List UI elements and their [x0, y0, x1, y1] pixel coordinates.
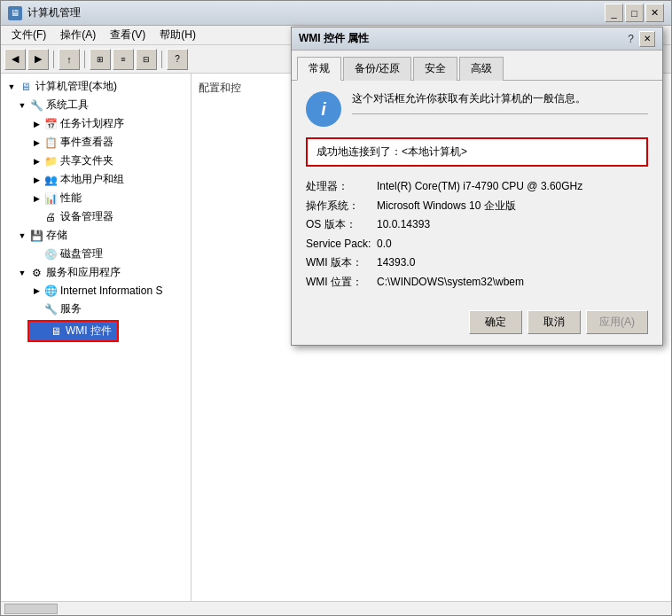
info-value-5: C:\WINDOWS\system32\wbem [377, 273, 648, 292]
info-row-2: OS 版本： 10.0.14393 [306, 215, 648, 235]
info-row-5: WMI 位置： C:\WINDOWS\system32\wbem [306, 273, 648, 292]
dialog-header-text: 这个对话框允许你获取有关此计算机的一般信息。 [352, 91, 648, 106]
tab-backup[interactable]: 备份/还原 [343, 57, 411, 81]
tab-advanced[interactable]: 高级 [459, 57, 504, 81]
dialog-close-button[interactable]: ✕ [639, 31, 655, 47]
dialog-description: 这个对话框允许你获取有关此计算机的一般信息。 [352, 91, 648, 121]
info-row-4: WMI 版本： 14393.0 [306, 253, 648, 273]
info-label-4: WMI 版本： [306, 253, 377, 273]
dialog-title: WMI 控件 属性 [299, 31, 628, 46]
dialog-title-actions: ? ✕ [628, 31, 655, 47]
info-icon: i [306, 91, 341, 127]
info-row-0: 处理器： Intel(R) Core(TM) i7-4790 CPU @ 3.6… [306, 177, 648, 197]
info-label-1: 操作系统： [306, 197, 377, 216]
connection-status-text: 成功地连接到了：<本地计算机> [316, 145, 467, 158]
apply-button[interactable]: 应用(A) [586, 310, 648, 334]
info-table: 处理器： Intel(R) Core(TM) i7-4790 CPU @ 3.6… [306, 177, 648, 292]
info-value-2: 10.0.14393 [377, 215, 648, 235]
dialog-content: i 这个对话框允许你获取有关此计算机的一般信息。 成功地连接到了：<本地计算机>… [292, 81, 662, 303]
info-label-3: Service Pack: [306, 235, 377, 254]
dialog-header-row: i 这个对话框允许你获取有关此计算机的一般信息。 [306, 91, 648, 127]
info-icon-text: i [321, 99, 326, 120]
dialog-help-button[interactable]: ? [628, 33, 634, 45]
info-value-3: 0.0 [377, 235, 648, 254]
dialog-divider-top [352, 113, 648, 114]
ok-button[interactable]: 确定 [469, 310, 522, 334]
info-label-5: WMI 位置： [306, 273, 377, 292]
wmi-dialog: WMI 控件 属性 ? ✕ 常规 备份/还原 安全 高级 i 这个对话框允许你获… [291, 27, 663, 346]
connection-status-box: 成功地连接到了：<本地计算机> [306, 137, 648, 167]
info-value-4: 14393.0 [377, 253, 648, 273]
info-row-3: Service Pack: 0.0 [306, 235, 648, 254]
info-label-0: 处理器： [306, 177, 377, 197]
dialog-tabs: 常规 备份/还原 安全 高级 [292, 51, 662, 81]
dialog-title-bar: WMI 控件 属性 ? ✕ [292, 27, 662, 51]
cancel-button[interactable]: 取消 [527, 310, 581, 334]
tab-general[interactable]: 常规 [297, 57, 341, 81]
info-value-0: Intel(R) Core(TM) i7-4790 CPU @ 3.60GHz [377, 177, 648, 197]
info-row-1: 操作系统： Microsoft Windows 10 企业版 [306, 197, 648, 216]
dialog-buttons: 确定 取消 应用(A) [292, 303, 662, 345]
info-value-1: Microsoft Windows 10 企业版 [377, 197, 648, 216]
tab-security[interactable]: 安全 [413, 57, 457, 81]
info-label-2: OS 版本： [306, 215, 377, 235]
dialog-overlay: WMI 控件 属性 ? ✕ 常规 备份/还原 安全 高级 i 这个对话框允许你获… [0, 0, 672, 616]
